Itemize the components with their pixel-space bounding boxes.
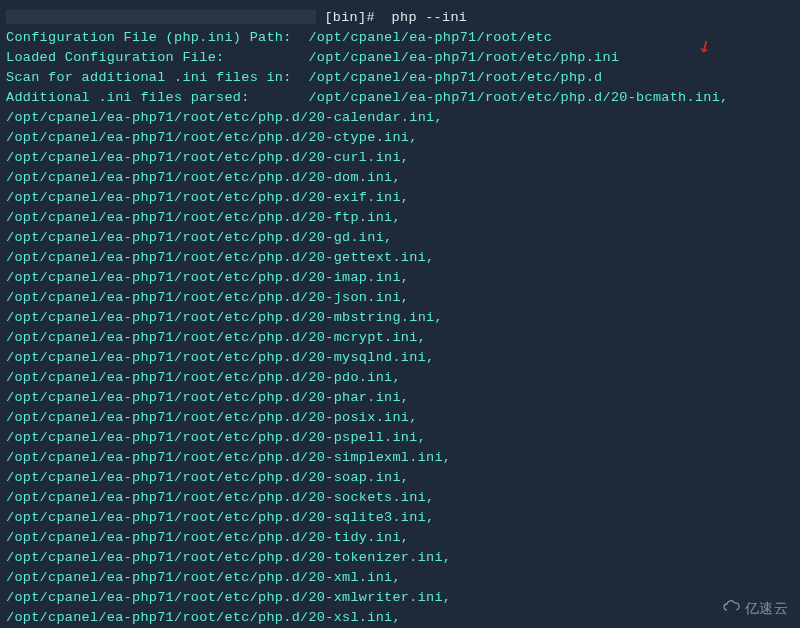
- ini-file-entry: /opt/cpanel/ea-php71/root/etc/php.d/20-m…: [6, 348, 794, 368]
- ini-file-entry: /opt/cpanel/ea-php71/root/etc/php.d/20-m…: [6, 308, 794, 328]
- prompt-command: [bin]# php --ini: [316, 10, 467, 25]
- config-path-line: Configuration File (php.ini) Path: /opt/…: [6, 28, 794, 48]
- ini-file-entry: /opt/cpanel/ea-php71/root/etc/php.d/20-s…: [6, 468, 794, 488]
- ini-file-entry: /opt/cpanel/ea-php71/root/etc/php.d/20-g…: [6, 248, 794, 268]
- loaded-config-label: Loaded Configuration File:: [6, 50, 308, 65]
- ini-file-entry: /opt/cpanel/ea-php71/root/etc/php.d/20-p…: [6, 388, 794, 408]
- ini-file-entry: /opt/cpanel/ea-php71/root/etc/php.d/20-s…: [6, 488, 794, 508]
- ini-file-entry: /opt/cpanel/ea-php71/root/etc/php.d/20-f…: [6, 208, 794, 228]
- ini-file-entry: /opt/cpanel/ea-php71/root/etc/php.d/20-d…: [6, 168, 794, 188]
- additional-ini-value: /opt/cpanel/ea-php71/root/etc/php.d/20-b…: [308, 90, 728, 105]
- ini-file-entry: /opt/cpanel/ea-php71/root/etc/php.d/20-p…: [6, 408, 794, 428]
- ini-file-entry: /opt/cpanel/ea-php71/root/etc/php.d/20-p…: [6, 428, 794, 448]
- ini-file-entry: /opt/cpanel/ea-php71/root/etc/php.d/20-t…: [6, 528, 794, 548]
- ini-file-entry: /opt/cpanel/ea-php71/root/etc/php.d/20-x…: [6, 568, 794, 588]
- additional-ini-label: Additional .ini files parsed:: [6, 90, 308, 105]
- ini-file-entry: /opt/cpanel/ea-php71/root/etc/php.d/20-x…: [6, 588, 794, 608]
- scan-dir-line: Scan for additional .ini files in: /opt/…: [6, 68, 794, 88]
- ini-file-entry: /opt/cpanel/ea-php71/root/etc/php.d/20-s…: [6, 448, 794, 468]
- ini-file-entry: /opt/cpanel/ea-php71/root/etc/php.d/20-p…: [6, 368, 794, 388]
- scan-dir-label: Scan for additional .ini files in:: [6, 70, 308, 85]
- additional-ini-line: Additional .ini files parsed: /opt/cpane…: [6, 88, 794, 108]
- prompt-host-redacted: [6, 10, 316, 24]
- config-path-value: /opt/cpanel/ea-php71/root/etc: [308, 30, 552, 45]
- terminal-output[interactable]: [bin]# php --ini Configuration File (php…: [6, 8, 794, 628]
- ini-file-entry: /opt/cpanel/ea-php71/root/etc/php.d/20-c…: [6, 128, 794, 148]
- scan-dir-value: /opt/cpanel/ea-php71/root/etc/php.d: [308, 70, 602, 85]
- ini-file-entry: /opt/cpanel/ea-php71/root/etc/php.d/20-m…: [6, 328, 794, 348]
- ini-file-entry: /opt/cpanel/ea-php71/root/etc/php.d/20-c…: [6, 108, 794, 128]
- ini-file-entry: /opt/cpanel/ea-php71/root/etc/php.d/20-i…: [6, 268, 794, 288]
- config-path-label: Configuration File (php.ini) Path:: [6, 30, 308, 45]
- ini-file-entry: /opt/cpanel/ea-php71/root/etc/php.d/20-s…: [6, 508, 794, 528]
- ini-file-list: /opt/cpanel/ea-php71/root/etc/php.d/20-c…: [6, 108, 794, 628]
- ini-file-entry: /opt/cpanel/ea-php71/root/etc/php.d/20-j…: [6, 288, 794, 308]
- loaded-config-line: Loaded Configuration File: /opt/cpanel/e…: [6, 48, 794, 68]
- ini-file-entry: /opt/cpanel/ea-php71/root/etc/php.d/20-g…: [6, 228, 794, 248]
- ini-file-entry: /opt/cpanel/ea-php71/root/etc/php.d/20-c…: [6, 148, 794, 168]
- loaded-config-value: /opt/cpanel/ea-php71/root/etc/php.ini: [308, 50, 619, 65]
- ini-file-entry: /opt/cpanel/ea-php71/root/etc/php.d/20-t…: [6, 548, 794, 568]
- ini-file-entry: /opt/cpanel/ea-php71/root/etc/php.d/20-x…: [6, 608, 794, 628]
- ini-file-entry: /opt/cpanel/ea-php71/root/etc/php.d/20-e…: [6, 188, 794, 208]
- prompt-line: [bin]# php --ini: [6, 8, 794, 28]
